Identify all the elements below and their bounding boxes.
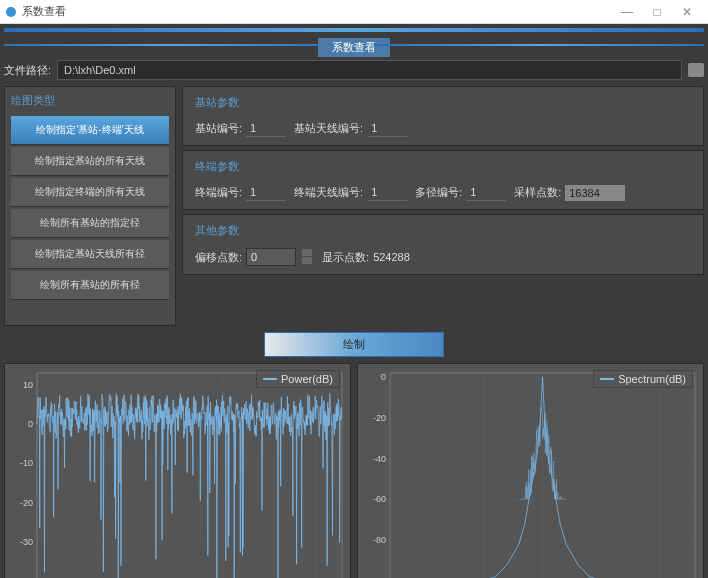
svg-text:-20: -20 [373, 413, 386, 423]
sidebar-item-3[interactable]: 绘制所有基站的指定径 [11, 209, 169, 238]
field-label: 显示点数: [322, 250, 369, 265]
close-button[interactable]: ✕ [672, 5, 702, 19]
group-title: 终端参数 [195, 159, 691, 174]
accent-strip [4, 28, 704, 32]
sidebar-item-2[interactable]: 绘制指定终端的所有天线 [11, 178, 169, 207]
readonly-input [565, 185, 625, 201]
svg-text:-60: -60 [373, 494, 386, 504]
sidebar-header: 绘图类型 [11, 93, 169, 108]
filepath-label: 文件路径: [4, 63, 51, 78]
app-body: 系数查看 文件路径: 绘图类型 绘制指定'基站-终端'天线绘制指定基站的所有天线… [0, 24, 708, 578]
field: 采样点数: [514, 185, 625, 201]
svg-text:-40: -40 [373, 454, 386, 464]
filepath-input[interactable] [57, 60, 682, 80]
svg-text:-80: -80 [373, 535, 386, 545]
select[interactable]: 1 [466, 184, 506, 201]
legend-power: Power(dB) [256, 370, 340, 388]
sidebar-item-0[interactable]: 绘制指定'基站-终端'天线 [11, 116, 169, 145]
svg-text:-10: -10 [20, 458, 33, 468]
sidebar-item-5[interactable]: 绘制所有基站的所有径 [11, 271, 169, 300]
chart-power: 050001000015000-40-30-20-10010 Power(dB) [4, 363, 351, 578]
field-label: 采样点数: [514, 185, 561, 200]
select[interactable]: 1 [367, 120, 407, 137]
group-title: 基站参数 [195, 95, 691, 110]
select[interactable]: 1 [367, 184, 407, 201]
field-label: 偏移点数: [195, 250, 242, 265]
folder-icon[interactable] [688, 63, 704, 77]
field: 偏移点数: [195, 248, 312, 266]
field-label: 基站编号: [195, 121, 242, 136]
filepath-row: 文件路径: [4, 60, 704, 80]
static-value: 524288 [373, 251, 410, 263]
legend-spectrum: Spectrum(dB) [593, 370, 693, 388]
plot-button[interactable]: 绘制 [264, 332, 444, 357]
group-terminal: 终端参数 终端编号:1终端天线编号:1多径编号:1采样点数: [182, 150, 704, 210]
field: 终端编号:1 [195, 184, 284, 201]
field-label: 终端天线编号: [294, 185, 363, 200]
field: 基站编号:1 [195, 120, 284, 137]
section-header: 系数查看 [4, 36, 704, 54]
svg-text:-30: -30 [20, 537, 33, 547]
select[interactable]: 1 [246, 184, 286, 201]
sidebar-item-1[interactable]: 绘制指定基站的所有天线 [11, 147, 169, 176]
maximize-button[interactable]: □ [642, 5, 672, 19]
app-icon [6, 7, 16, 17]
field: 显示点数:524288 [322, 250, 410, 265]
window-titlebar: 系数查看 — □ ✕ [0, 0, 708, 24]
field-label: 多径编号: [415, 185, 462, 200]
number-input[interactable] [246, 248, 296, 266]
select[interactable]: 1 [246, 120, 286, 137]
spinner-buttons[interactable] [302, 249, 312, 265]
field: 终端天线编号:1 [294, 184, 405, 201]
minimize-button[interactable]: — [612, 5, 642, 19]
chart-spectrum: -100-50050100-100-80-60-40-200 Spectrum(… [357, 363, 704, 578]
group-basestation: 基站参数 基站编号:1基站天线编号:1 [182, 86, 704, 146]
svg-text:0: 0 [28, 419, 33, 429]
svg-text:-20: -20 [20, 498, 33, 508]
svg-text:0: 0 [381, 372, 386, 382]
mid-section: 绘图类型 绘制指定'基站-终端'天线绘制指定基站的所有天线绘制指定终端的所有天线… [4, 86, 704, 326]
field: 多径编号:1 [415, 184, 504, 201]
field: 基站天线编号:1 [294, 120, 405, 137]
window-title: 系数查看 [22, 4, 612, 19]
group-title: 其他参数 [195, 223, 691, 238]
sidebar-item-4[interactable]: 绘制指定基站天线所有径 [11, 240, 169, 269]
field-label: 基站天线编号: [294, 121, 363, 136]
params-pane: 基站参数 基站编号:1基站天线编号:1 终端参数 终端编号:1终端天线编号:1多… [182, 86, 704, 326]
field-label: 终端编号: [195, 185, 242, 200]
sidebar: 绘图类型 绘制指定'基站-终端'天线绘制指定基站的所有天线绘制指定终端的所有天线… [4, 86, 176, 326]
group-other: 其他参数 偏移点数:显示点数:524288 [182, 214, 704, 275]
svg-text:10: 10 [23, 380, 33, 390]
charts-area: 050001000015000-40-30-20-10010 Power(dB)… [4, 363, 704, 578]
section-badge: 系数查看 [318, 38, 390, 57]
